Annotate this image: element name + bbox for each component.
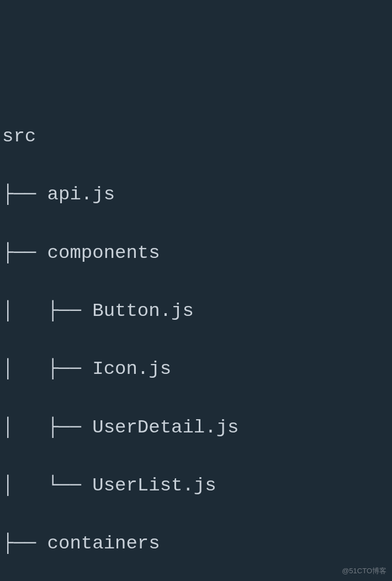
tree-line: │ └── UserList.js: [2, 471, 390, 500]
tree-line: ├── api.js: [2, 180, 390, 209]
tree-line: │ ├── Button.js: [2, 297, 390, 326]
tree-line: │ ├── UserDetail.js: [2, 413, 390, 442]
tree-line: ├── containers: [2, 529, 390, 558]
tree-line: ├── components: [2, 239, 390, 268]
tree-root: src: [2, 122, 390, 151]
tree-line: │ ├── Icon.js: [2, 355, 390, 384]
watermark: @51CTO博客: [342, 566, 386, 577]
